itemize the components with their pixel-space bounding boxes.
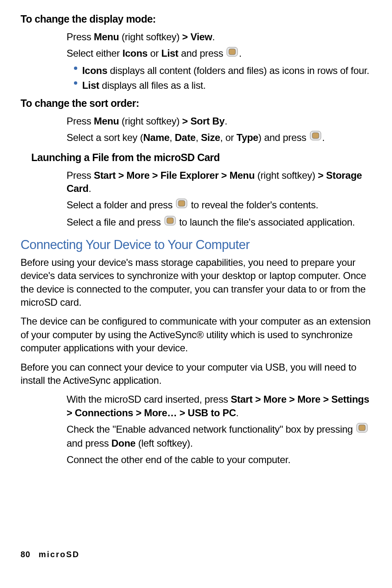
step-connect-cable: Connect the other end of the cable to yo…	[67, 453, 371, 466]
text: displays all content (folders and files)…	[107, 65, 369, 76]
bullet-dot-icon	[74, 81, 77, 85]
text: .	[239, 48, 241, 59]
bullet-text: List displays all files as a list.	[82, 79, 206, 92]
bold-text: Type	[237, 132, 258, 143]
text: (right softkey)	[119, 31, 182, 42]
bold-text: Menu	[94, 115, 119, 127]
text: and press	[67, 438, 111, 449]
step-press-menu-sortby: Press Menu (right softkey) > Sort By.	[67, 115, 371, 128]
text: (right softkey)	[119, 115, 182, 127]
text: Select either	[67, 48, 122, 59]
step-select-sort-key: Select a sort key (Name, Date, Size, or …	[67, 131, 371, 145]
text: , or	[220, 132, 237, 143]
heading-connecting-device: Connecting Your Device to Your Computer	[21, 236, 371, 254]
bold-text: List	[161, 48, 178, 59]
bullet-list-option: List displays all files as a list.	[74, 79, 371, 92]
heading-change-sort-order: To change the sort order:	[21, 97, 371, 111]
svg-rect-9	[359, 425, 365, 431]
ok-button-icon	[310, 131, 321, 144]
page-number: 80	[21, 550, 30, 559]
text: Press	[67, 31, 94, 42]
text: .	[88, 183, 91, 194]
text: Select a folder and press	[67, 199, 175, 210]
text: .	[322, 132, 325, 143]
bold-text: > View	[182, 31, 212, 42]
heading-change-display-mode: To change the display mode:	[21, 12, 371, 26]
bold-text: List	[82, 80, 99, 91]
step-usb-to-pc: With the microSD card inserted, press St…	[67, 393, 371, 420]
page-content: To change the display mode: Press Menu (…	[0, 0, 392, 467]
text: (left softkey).	[136, 438, 193, 449]
ok-button-icon	[356, 423, 368, 436]
step-press-start-file-explorer: Press Start > More > File Explorer > Men…	[67, 169, 371, 196]
text: .	[212, 31, 214, 42]
text: ) and press	[258, 132, 309, 143]
bold-text: Name	[143, 132, 169, 143]
bold-text: Start > More > File Explorer > Menu	[94, 170, 255, 181]
svg-rect-7	[167, 218, 173, 224]
svg-rect-1	[229, 49, 235, 55]
text: ,	[196, 132, 201, 143]
bold-text: Date	[175, 132, 196, 143]
step-select-icons-or-list: Select either Icons or List and press .	[67, 47, 371, 61]
text: displays all files as a list.	[99, 80, 205, 91]
ok-button-icon	[176, 198, 187, 212]
text: to launch the file's associated applicat…	[177, 217, 355, 228]
text: With the microSD card inserted, press	[67, 394, 231, 405]
bold-text: > Sort By	[182, 115, 224, 127]
text: and press	[178, 48, 226, 59]
footer-section-title: microSD	[39, 550, 80, 559]
paragraph-activesync: The device can be configured to communic…	[21, 315, 371, 355]
step-enable-advanced-network: Check the "Enable advanced network funct…	[67, 423, 371, 450]
text: ,	[170, 132, 175, 143]
bullet-icons: Icons displays all content (folders and …	[74, 64, 371, 77]
text: .	[236, 407, 238, 418]
bullet-dot-icon	[74, 67, 77, 70]
text: Press	[67, 115, 94, 127]
svg-rect-5	[178, 201, 185, 206]
bold-text: Size	[201, 132, 220, 143]
heading-launching-file: Launching a File from the microSD Card	[31, 151, 371, 165]
svg-rect-3	[312, 133, 319, 138]
step-select-file: Select a file and press to launch the fi…	[67, 216, 371, 230]
text: Press	[67, 170, 94, 181]
text: Check the "Enable advanced network funct…	[67, 424, 355, 435]
step-press-menu-view: Press Menu (right softkey) > View.	[67, 30, 371, 44]
text: Select a sort key (	[67, 132, 143, 143]
text: Select a file and press	[67, 217, 164, 228]
bullet-list-view-options: Icons displays all content (folders and …	[74, 64, 371, 92]
bullet-text: Icons displays all content (folders and …	[82, 64, 369, 77]
bold-text: Done	[111, 438, 136, 449]
paragraph-install-activesync: Before you can connect your device to yo…	[21, 361, 371, 387]
bold-text: Icons	[82, 65, 107, 76]
text: (right softkey)	[255, 170, 318, 181]
page-footer: 80 microSD	[21, 550, 80, 559]
text: to reveal the folder's contents.	[188, 199, 318, 210]
ok-button-icon	[164, 216, 176, 229]
bold-text: Icons	[122, 48, 148, 59]
text: .	[225, 115, 227, 127]
text: or	[148, 48, 161, 59]
bold-text: Menu	[94, 31, 119, 42]
ok-button-icon	[226, 47, 238, 60]
step-select-folder: Select a folder and press to reveal the …	[67, 198, 371, 212]
paragraph-mass-storage: Before using your device's mass storage …	[21, 256, 371, 309]
